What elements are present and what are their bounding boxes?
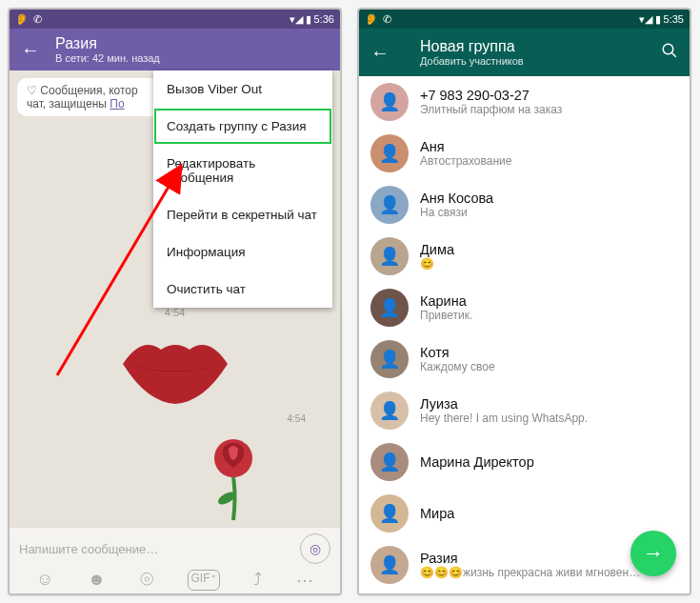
status-bar: 👂 ✆ ▾◢ ▮ 5:36: [10, 10, 340, 29]
gif-icon[interactable]: GIF⁺: [188, 570, 220, 591]
message-input-bar: Напишите сообщение… ◎ ☺ ☻ ⦾ GIF⁺ ⤴ ⋯: [10, 527, 340, 593]
contact-status: Элитный парфюм на заказ: [420, 103, 678, 116]
timestamp: 4:54: [10, 307, 340, 318]
signal-icon: ▾◢: [639, 13, 652, 26]
contacts-list[interactable]: 👤+7 983 290-03-27Элитный парфюм на заказ…: [359, 76, 690, 593]
status-bar: 👂 ✆ ▾◢ ▮ 5:35: [359, 10, 690, 29]
contact-row[interactable]: 👤Аня КосоваНа связи: [359, 179, 690, 231]
avatar: 👤: [370, 237, 409, 275]
timestamp: 4:54: [10, 413, 340, 424]
avatar: 👤: [370, 392, 409, 430]
whatsapp-phone: 👂 ✆ ▾◢ ▮ 5:35 ← Новая группа Добавить уч…: [357, 8, 691, 595]
avatar: 👤: [370, 83, 409, 121]
signal-icon: ▾◢: [290, 13, 303, 26]
contact-status: Каждому свое: [420, 360, 678, 373]
contact-name: +7 983 290-03-27: [420, 88, 678, 103]
whatsapp-icon: ✆: [33, 13, 42, 26]
page-subtitle: Добавить участников: [420, 55, 661, 67]
contact-row[interactable]: 👤АняАвтострахование: [359, 128, 690, 179]
message-input[interactable]: Напишите сообщение…: [19, 542, 292, 556]
avatar: 👤: [370, 186, 409, 224]
avatar: 👤: [370, 494, 409, 533]
contact-status: На связи: [420, 206, 678, 219]
menu-call-viber-out[interactable]: Вызов Viber Out: [153, 70, 332, 108]
contact-row[interactable]: 👤КотяКаждому свое: [359, 333, 690, 385]
viber-phone: 👂 ✆ ▾◢ ▮ 5:36 ← Разия В сети: 42 мин. на…: [8, 8, 342, 595]
face-icon[interactable]: ☺: [36, 570, 53, 591]
avatar: 👤: [370, 340, 409, 378]
battery-icon: ▮: [306, 13, 311, 26]
menu-create-group[interactable]: Создать группу с Разия: [153, 108, 332, 145]
search-icon[interactable]: [661, 42, 678, 64]
notification-icon: 👂: [365, 13, 378, 26]
menu-clear-chat[interactable]: Очистить чат: [153, 271, 332, 308]
contact-name: Мира: [420, 506, 678, 521]
notification-icon: 👂: [15, 13, 29, 26]
contact-status: Hey there! I am using WhatsApp.: [420, 412, 678, 425]
next-button[interactable]: →: [630, 531, 676, 576]
sticker-rose[interactable]: [200, 430, 267, 525]
contact-status: 😊: [420, 257, 678, 271]
camera-icon[interactable]: ⦾: [140, 570, 153, 591]
status-time: 5:36: [314, 13, 334, 25]
contact-name: Луиза: [420, 396, 678, 412]
contact-row[interactable]: 👤Мира: [359, 488, 690, 539]
contact-name: Дима: [420, 242, 678, 257]
contact-row[interactable]: 👤ЛуизаHey there! I am using WhatsApp.: [359, 385, 690, 436]
contact-row[interactable]: 👤Марина Директор: [359, 436, 690, 488]
chat-body: ♡ Сообщения, котор чат, защищены По Вызо…: [10, 70, 340, 593]
share-icon[interactable]: ⤴: [253, 570, 262, 591]
battery-icon: ▮: [655, 13, 661, 26]
contact-name: Аня: [420, 139, 678, 154]
whatsapp-icon: ✆: [383, 13, 391, 26]
mic-button[interactable]: ◎: [300, 533, 330, 564]
back-icon[interactable]: ←: [21, 39, 40, 61]
contact-name: Карина: [420, 293, 678, 309]
page-title: Новая группа: [420, 38, 661, 55]
menu-info[interactable]: Информация: [153, 233, 332, 271]
contact-name: Аня Косова: [420, 191, 678, 206]
avatar: 👤: [370, 134, 409, 172]
svg-point-3: [663, 44, 673, 54]
whatsapp-header: ← Новая группа Добавить участников: [359, 29, 690, 76]
menu-secret-chat[interactable]: Перейти в секретный чат: [153, 196, 332, 233]
status-time: 5:35: [664, 13, 684, 25]
chat-menu: Вызов Viber Out Создать группу с Разия Р…: [153, 70, 332, 308]
contact-row[interactable]: 👤КаринаПриветик.: [359, 282, 690, 333]
avatar: 👤: [370, 289, 409, 327]
avatar: 👤: [370, 546, 409, 584]
back-icon[interactable]: ←: [370, 42, 390, 64]
sticker-icon[interactable]: ☻: [88, 570, 106, 591]
svg-line-4: [671, 52, 676, 57]
contact-name: Марина Директор: [420, 454, 678, 470]
contact-row[interactable]: 👤Дима😊: [359, 231, 690, 282]
contact-status: Автострахование: [420, 154, 678, 168]
viber-header: ← Разия В сети: 42 мин. назад: [10, 29, 340, 70]
contact-status: Приветик.: [420, 309, 678, 322]
avatar: 👤: [370, 443, 409, 481]
sticker-lips[interactable]: [113, 326, 237, 412]
contact-row[interactable]: 👤+7 983 290-03-27Элитный парфюм на заказ: [359, 76, 690, 128]
menu-edit-messages[interactable]: Редактировать сообщения: [153, 145, 332, 196]
contact-name: Котя: [420, 345, 678, 360]
chat-subtitle: В сети: 42 мин. назад: [55, 52, 329, 64]
chat-title: Разия: [55, 35, 329, 52]
more-icon[interactable]: ⋯: [296, 570, 313, 591]
